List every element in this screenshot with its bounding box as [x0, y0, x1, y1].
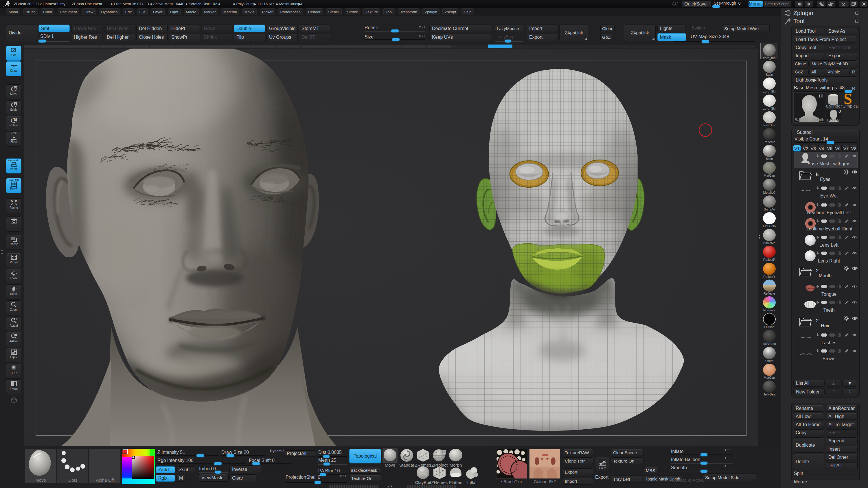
svg-text:S: S — [14, 102, 16, 105]
svg-text:R: R — [14, 118, 17, 121]
svg-text:M: M — [14, 87, 17, 89]
svg-text:Flip V: Flip V — [599, 466, 606, 469]
